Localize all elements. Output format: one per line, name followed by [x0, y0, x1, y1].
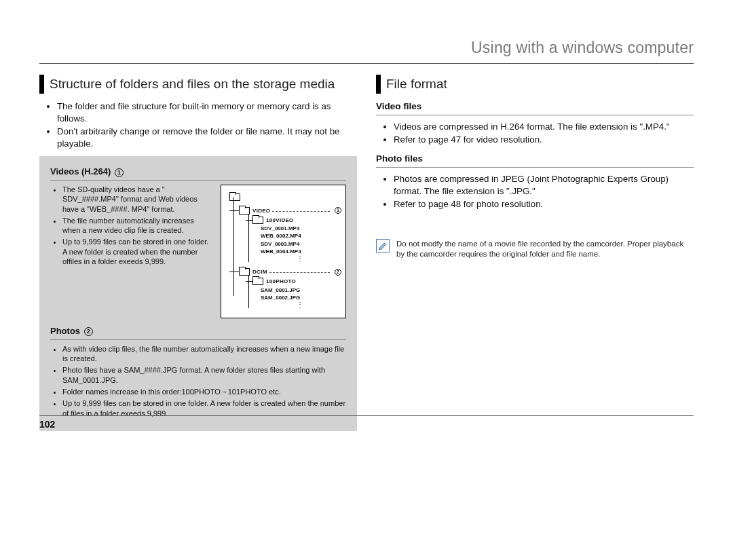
badge-2-icon: 2 — [84, 327, 93, 336]
photos-heading: Photos 2 — [50, 325, 346, 340]
folder-icon — [239, 207, 250, 214]
photo-bullet: Photo files have a SAM_####.JPG format. … — [62, 365, 346, 385]
footer-rule — [39, 415, 694, 416]
tree-100video-label: 100VIDEO — [266, 217, 294, 224]
photo-bullet: Folder names increase in this order:100P… — [62, 387, 346, 396]
tree-badge-1-icon: 1 — [335, 207, 341, 214]
vertical-dots-icon: ⋮ — [258, 301, 341, 311]
tree-badge-2-icon: 2 — [335, 269, 341, 276]
video-files-item: Refer to page 47 for video resolution. — [394, 134, 694, 146]
photo-files-list: Photos are compressed in JPEG (Joint Pho… — [376, 173, 694, 210]
video-bullet: The SD-quality videos have a " SDV_####.… — [62, 185, 214, 214]
videos-heading-text: Videos (H.264) — [50, 166, 111, 176]
video-bullet: The file number automatically increases … — [62, 216, 214, 236]
tree-file: WEB_0002.MP4 — [261, 232, 341, 240]
tree-video-label: VIDEO — [252, 207, 270, 214]
right-section-title: File format — [376, 75, 694, 94]
photo-files-heading: Photo files — [376, 153, 694, 168]
photo-files-item: Refer to page 48 for photo resolution. — [394, 198, 694, 210]
badge-1-icon: 1 — [115, 168, 124, 177]
video-files-heading: Video files — [376, 100, 694, 115]
note-icon — [376, 239, 390, 253]
tree-file: SDV_0001.MP4 — [261, 225, 341, 232]
folder-icon — [252, 278, 263, 285]
left-section-title: Structure of folders and files on the st… — [39, 75, 357, 94]
note-block: Do not modfy the name of a movie file re… — [376, 239, 694, 260]
note-text: Do not modfy the name of a movie file re… — [396, 239, 694, 260]
photo-files-item: Photos are compressed in JPEG (Joint Pho… — [394, 173, 694, 198]
page-header: Using with a windows computer — [39, 37, 694, 60]
header-rule — [39, 63, 694, 64]
photo-bullet: As with video clip files, the file numbe… — [62, 344, 346, 364]
photos-bullets: As with video clip files, the file numbe… — [50, 344, 346, 418]
page-number: 102 — [39, 418, 55, 431]
right-title-text: File format — [386, 75, 447, 94]
video-bullet: Up to 9,999 files can be stored in one f… — [62, 237, 214, 266]
videos-heading: Videos (H.264) 1 — [50, 166, 346, 181]
left-title-text: Structure of folders and files on the st… — [50, 75, 335, 94]
right-column: File format Video files Videos are compr… — [376, 75, 694, 431]
left-column: Structure of folders and files on the st… — [39, 75, 357, 431]
folder-icon — [239, 268, 250, 276]
video-files-item: Videos are compressed in H.264 format. T… — [394, 121, 694, 133]
tree-file: SAM_0001.JPG — [261, 286, 341, 294]
videos-bullets: The SD-quality videos have a " SDV_####.… — [50, 185, 214, 268]
vertical-dots-icon: ⋮ — [258, 255, 341, 265]
left-intro-list: The folder and file structure for built-… — [39, 100, 357, 150]
structure-details-box: Videos (H.264) 1 The SD-quality videos h… — [39, 156, 357, 430]
intro-item: The folder and file structure for built-… — [57, 100, 357, 125]
tree-100photo-label: 100PHOTO — [266, 278, 296, 285]
folder-tree-diagram: VIDEO 1 100VIDEO SDV_0001.MP4 WEB_0002.M… — [221, 185, 346, 318]
tree-dcim-label: DCIM — [252, 268, 267, 276]
tree-file: SDV_0003.MP4 — [261, 240, 341, 248]
photos-heading-text: Photos — [50, 326, 80, 336]
intro-item: Don't arbitrarily change or remove the f… — [57, 126, 357, 150]
folder-icon — [252, 217, 263, 224]
video-files-list: Videos are compressed in H.264 format. T… — [376, 121, 694, 146]
manual-page: Using with a windows computer Structure … — [0, 0, 733, 451]
